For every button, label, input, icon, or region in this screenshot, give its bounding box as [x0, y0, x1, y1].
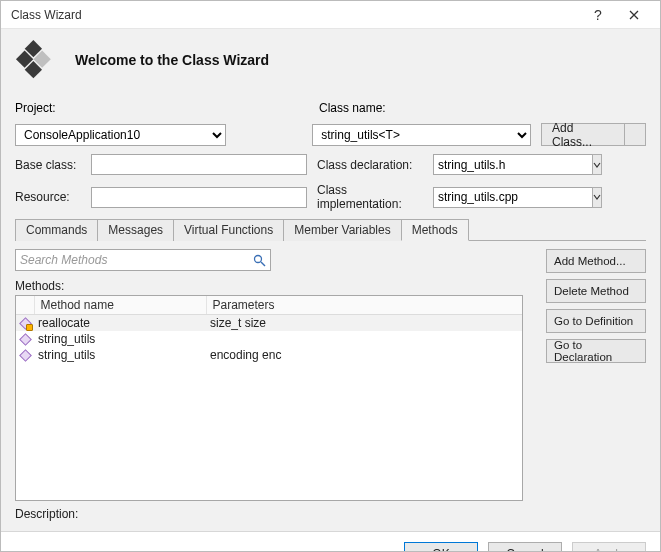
search-input[interactable] [16, 250, 248, 271]
method-icon [20, 335, 30, 344]
class-implementation-combo[interactable] [433, 187, 577, 208]
tabpage-methods: Methods: Method name Parameters realloca… [15, 241, 646, 521]
row-project-class: ConsoleApplication10 string_utils<T> Add… [15, 123, 646, 146]
col-method-name[interactable]: Method name [34, 296, 206, 315]
chevron-down-icon [593, 161, 601, 169]
project-select[interactable]: ConsoleApplication10 [15, 124, 226, 146]
tab-virtual-functions[interactable]: Virtual Functions [173, 219, 284, 241]
tabbar: Commands Messages Virtual Functions Memb… [15, 219, 646, 241]
chevron-down-icon [593, 193, 601, 201]
tab-commands[interactable]: Commands [15, 219, 98, 241]
method-icon-cell [16, 347, 34, 363]
method-params-cell: size_t size [206, 315, 522, 332]
add-class-button[interactable]: Add Class... [541, 123, 624, 146]
col-parameters[interactable]: Parameters [206, 296, 522, 315]
class-declaration-dropdown[interactable] [592, 154, 602, 175]
row-project-class-labels: Project: Class name: [15, 101, 646, 115]
window-title: Class Wizard [11, 8, 580, 22]
close-icon [629, 10, 639, 20]
table-row[interactable]: string_utils [16, 331, 522, 347]
row-base-decl: Base class: Class declaration: [15, 154, 646, 175]
method-name-cell: string_utils [34, 331, 206, 347]
method-params-cell: encoding enc [206, 347, 522, 363]
search-icon-button[interactable] [248, 254, 270, 267]
dialog-body: Project: Class name: ConsoleApplication1… [1, 95, 660, 531]
class-name-select[interactable]: string_utils<T> [312, 124, 531, 146]
tab-messages[interactable]: Messages [97, 219, 174, 241]
base-class-input [91, 154, 307, 175]
resource-input [91, 187, 307, 208]
svg-line-5 [261, 262, 265, 266]
methods-grid[interactable]: Method name Parameters reallocatesize_t … [15, 295, 523, 501]
table-row[interactable]: reallocatesize_t size [16, 315, 522, 332]
method-name-cell: reallocate [34, 315, 206, 332]
label-class-implementation: Class implementation: [317, 183, 423, 211]
method-icon-cell [16, 315, 34, 332]
label-class-declaration: Class declaration: [317, 158, 423, 172]
close-button[interactable] [616, 1, 652, 29]
grid-header-row: Method name Parameters [16, 296, 522, 315]
search-icon [253, 254, 266, 267]
page-title: Welcome to the Class Wizard [75, 52, 269, 68]
titlebar: Class Wizard ? [1, 1, 660, 29]
class-declaration-input[interactable] [433, 154, 592, 175]
header: Welcome to the Class Wizard [1, 29, 660, 95]
search-methods[interactable] [15, 249, 271, 271]
ok-button[interactable]: OK [404, 542, 478, 552]
help-button[interactable]: ? [580, 1, 616, 29]
label-project: Project: [15, 101, 309, 115]
label-base-class: Base class: [15, 158, 81, 172]
go-to-declaration-button[interactable]: Go to Declaration [546, 339, 646, 363]
table-row[interactable]: string_utilsencoding enc [16, 347, 522, 363]
tab-methods[interactable]: Methods [401, 219, 469, 241]
label-description: Description: [15, 507, 536, 521]
wizard-icon [15, 39, 57, 81]
row-resource-impl: Resource: Class implementation: [15, 183, 646, 211]
label-class-name: Class name: [319, 101, 646, 115]
svg-point-4 [254, 255, 261, 262]
method-locked-icon [20, 319, 30, 328]
method-icon [20, 351, 30, 360]
method-icon-cell [16, 331, 34, 347]
method-name-cell: string_utils [34, 347, 206, 363]
dialog-footer: OK Cancel Apply [1, 531, 660, 552]
add-class-split-button[interactable]: Add Class... [541, 123, 646, 146]
apply-button: Apply [572, 542, 646, 552]
methods-actions: Add Method... Delete Method Go to Defini… [546, 249, 646, 521]
label-methods: Methods: [15, 279, 536, 293]
method-params-cell [206, 331, 522, 347]
add-class-dropdown[interactable] [624, 123, 646, 146]
class-implementation-input[interactable] [433, 187, 592, 208]
tab-member-variables[interactable]: Member Variables [283, 219, 401, 241]
go-to-definition-button[interactable]: Go to Definition [546, 309, 646, 333]
cancel-button[interactable]: Cancel [488, 542, 562, 552]
delete-method-button[interactable]: Delete Method [546, 279, 646, 303]
class-declaration-combo[interactable] [433, 154, 577, 175]
class-implementation-dropdown[interactable] [592, 187, 602, 208]
add-method-button[interactable]: Add Method... [546, 249, 646, 273]
label-resource: Resource: [15, 190, 81, 204]
